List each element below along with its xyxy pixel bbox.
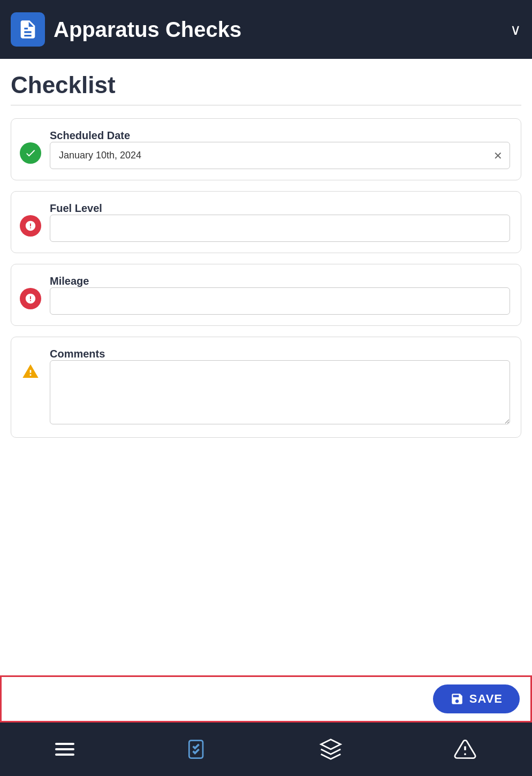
fuel-level-input[interactable] xyxy=(50,215,510,242)
cube-nav-icon xyxy=(319,737,343,761)
scheduled-date-input-wrapper: ✕ xyxy=(50,142,510,169)
scheduled-date-card: Scheduled Date ✕ xyxy=(11,118,521,180)
scheduled-date-field: Scheduled Date ✕ xyxy=(50,130,510,169)
check-icon xyxy=(25,147,36,159)
scheduled-date-clear-button[interactable]: ✕ xyxy=(493,150,503,161)
warning-nav-icon xyxy=(453,737,477,761)
nav-menu-button[interactable] xyxy=(55,743,74,756)
svg-rect-0 xyxy=(189,741,203,758)
fuel-level-card: Fuel Level xyxy=(11,191,521,253)
action-bar: SAVE xyxy=(0,675,532,722)
mileage-exclamation-icon xyxy=(25,293,36,305)
comments-status-icon xyxy=(20,361,41,382)
scheduled-date-label: Scheduled Date xyxy=(50,130,130,141)
checklist-nav-icon xyxy=(185,737,209,761)
fuel-level-label: Fuel Level xyxy=(50,202,102,214)
app-icon xyxy=(11,12,45,47)
mileage-status-icon xyxy=(20,288,41,309)
fuel-level-status-icon xyxy=(20,215,41,237)
mileage-card: Mileage xyxy=(11,264,521,326)
fuel-level-field: Fuel Level xyxy=(50,202,510,242)
document-icon xyxy=(17,19,39,40)
warning-triangle-icon xyxy=(22,363,39,380)
page-title: Checklist xyxy=(11,72,521,98)
bottom-nav xyxy=(0,722,532,776)
nav-checklist-button[interactable] xyxy=(185,737,209,761)
header-left: Apparatus Checks xyxy=(11,12,241,47)
save-button[interactable]: SAVE xyxy=(433,684,520,713)
main-content: Checklist Scheduled Date ✕ Fuel Level xyxy=(0,59,532,675)
app-title: Apparatus Checks xyxy=(54,18,241,42)
comments-label: Comments xyxy=(50,348,105,360)
comments-textarea[interactable] xyxy=(50,360,510,424)
hamburger-icon xyxy=(55,743,74,756)
header-chevron-icon[interactable]: ∨ xyxy=(510,21,521,39)
scheduled-date-input[interactable] xyxy=(50,142,510,169)
nav-warning-button[interactable] xyxy=(453,737,477,761)
exclamation-icon xyxy=(25,220,36,232)
title-divider xyxy=(11,105,521,105)
comments-card: Comments xyxy=(11,337,521,438)
save-icon xyxy=(450,692,464,706)
comments-field: Comments xyxy=(50,348,510,427)
nav-cube-button[interactable] xyxy=(319,737,343,761)
mileage-label: Mileage xyxy=(50,275,89,287)
mileage-input[interactable] xyxy=(50,287,510,315)
mileage-field: Mileage xyxy=(50,275,510,315)
scheduled-date-status-icon xyxy=(20,142,41,164)
save-label: SAVE xyxy=(469,692,503,706)
app-header: Apparatus Checks ∨ xyxy=(0,0,532,59)
